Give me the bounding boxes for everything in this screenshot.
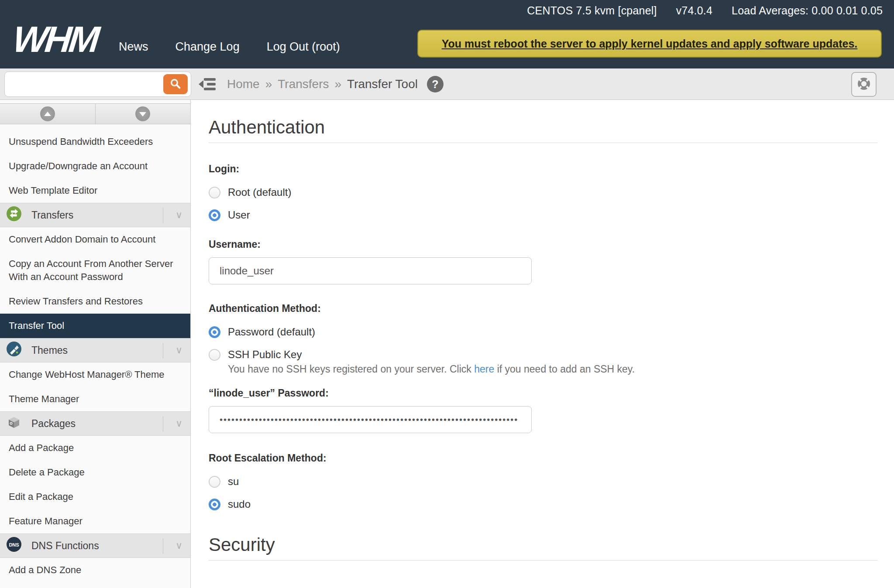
login-user-label: User [228, 209, 250, 221]
username-label: Username: [209, 239, 877, 250]
top-bar: CENTOS 7.5 kvm [cpanel] v74.0.4 Load Ave… [0, 0, 894, 68]
radio-checked-icon[interactable] [209, 499, 220, 510]
load-averages: Load Averages: 0.00 0.01 0.05 [732, 4, 883, 17]
radio-checked-icon[interactable] [209, 209, 220, 221]
authentication-heading: Authentication [209, 117, 877, 137]
scroll-down-button[interactable] [96, 104, 191, 124]
login-root-label: Root (default) [228, 186, 291, 198]
auth-method-label: Authentication Method: [209, 303, 877, 315]
server-status: CENTOS 7.5 kvm [cpanel] v74.0.4 Load Ave… [527, 4, 883, 17]
reboot-warning-banner[interactable]: You must reboot the server to apply kern… [417, 30, 882, 58]
chevron-down-icon[interactable]: ∨ [175, 418, 182, 429]
section-divider [209, 560, 877, 561]
login-root-option[interactable]: Root (default) [209, 181, 291, 204]
sidebar-item-review-transfers[interactable]: Review Transfers and Restores [0, 289, 190, 314]
sidebar-section-label: DNS Functions [31, 540, 99, 552]
ssh-here-link[interactable]: here [474, 363, 494, 375]
scroll-up-button[interactable] [0, 104, 96, 124]
support-button[interactable] [851, 72, 877, 97]
sidebar-item-upgrade-downgrade-account[interactable]: Upgrade/Downgrade an Account [0, 154, 190, 178]
auth-password-option[interactable]: Password (default) [209, 321, 315, 343]
breadcrumb: Home » Transfers » Transfer Tool ? [227, 68, 444, 100]
sidebar-item-add-a-package[interactable]: Add a Package [0, 436, 190, 460]
breadcrumb-separator: » [265, 77, 272, 91]
radio-unchecked-icon[interactable] [209, 349, 220, 361]
password-label: “linode_user” Password: [209, 387, 877, 399]
escalation-su-label: su [228, 475, 239, 488]
login-user-option[interactable]: User [209, 204, 250, 226]
sidebar-item-web-template-editor[interactable]: Web Template Editor [0, 178, 190, 203]
sidebar-item-convert-addon-domain[interactable]: Convert Addon Domain to Account [0, 227, 190, 252]
breadcrumb-transfers[interactable]: Transfers [278, 77, 329, 91]
sidebar-item-delete-a-package[interactable]: Delete a Package [0, 460, 190, 485]
packages-icon [6, 414, 22, 433]
chevron-down-icon[interactable]: ∨ [175, 345, 182, 356]
chevron-down-icon[interactable]: ∨ [175, 209, 182, 221]
escalation-sudo-option[interactable]: sudo [209, 493, 251, 516]
username-field[interactable] [209, 257, 532, 284]
escalation-su-option[interactable]: su [209, 470, 239, 493]
themes-icon [6, 341, 22, 359]
auth-ssh-option[interactable]: SSH Public Key [209, 343, 302, 362]
life-ring-icon [855, 75, 873, 95]
section-divider [209, 143, 877, 143]
sidebar-item-copy-account[interactable]: Copy an Account From Another Server With… [0, 252, 190, 289]
password-field[interactable] [209, 406, 532, 433]
sidebar-item-unsuspend-bandwidth-exceeders[interactable]: Unsuspend Bandwidth Exceeders [0, 130, 190, 154]
sidebar-section-label: Transfers [31, 209, 73, 221]
auth-ssh-label: SSH Public Key [228, 349, 302, 361]
toolbar: Home » Transfers » Transfer Tool ? [0, 68, 894, 100]
nav-log-out[interactable]: Log Out (root) [267, 40, 340, 54]
ssh-key-note: You have no SSH keys registered on your … [228, 363, 877, 375]
nav-news[interactable]: News [119, 40, 148, 54]
auth-method-radio-group: Password (default) SSH Public Key [209, 321, 877, 362]
sidebar-item-add-a-dns-zone[interactable]: Add a DNS Zone [0, 558, 190, 582]
ssh-note-text: if you need to add an SSH key. [494, 363, 635, 375]
sidebar-menu: Unsuspend Bandwidth Exceeders Upgrade/Do… [0, 124, 190, 582]
nav-change-log[interactable]: Change Log [175, 40, 240, 54]
sidebar-section-transfers[interactable]: Transfers ∨ [0, 203, 190, 227]
whm-version: v74.0.4 [676, 4, 712, 17]
search-box [4, 72, 191, 97]
security-heading: Security [209, 535, 877, 555]
radio-unchecked-icon[interactable] [209, 476, 220, 488]
main-content: Authentication Login: Root (default) Use… [191, 100, 894, 588]
arrow-up-icon [40, 106, 55, 121]
chevron-down-icon[interactable]: ∨ [175, 540, 182, 551]
breadcrumb-home[interactable]: Home [227, 77, 260, 91]
radio-unchecked-icon[interactable] [209, 187, 220, 198]
breadcrumb-separator: » [335, 77, 342, 91]
search-input[interactable] [11, 74, 159, 95]
sidebar: Unsuspend Bandwidth Exceeders Upgrade/Do… [0, 100, 191, 588]
whm-logo: WHM [11, 18, 99, 61]
dns-icon: DNS [6, 537, 22, 555]
auth-password-label: Password (default) [228, 326, 315, 338]
sidebar-item-feature-manager[interactable]: Feature Manager [0, 509, 190, 533]
search-icon [169, 77, 182, 92]
escalation-sudo-label: sudo [228, 498, 251, 510]
sidebar-item-theme-manager[interactable]: Theme Manager [0, 387, 190, 411]
sidebar-section-label: Packages [31, 418, 76, 430]
collapse-sidebar-icon[interactable] [197, 76, 217, 92]
sidebar-section-packages[interactable]: Packages ∨ [0, 411, 190, 436]
breadcrumb-current: Transfer Tool [347, 77, 418, 91]
root-escalation-radio-group: su sudo [209, 470, 877, 516]
svg-text:DNS: DNS [9, 542, 19, 547]
sidebar-item-edit-a-package[interactable]: Edit a Package [0, 485, 190, 509]
login-radio-group: Root (default) User [209, 181, 877, 226]
sidebar-section-label: Themes [31, 345, 68, 356]
login-label: Login: [209, 163, 877, 175]
reboot-warning-text: You must reboot the server to apply kern… [442, 38, 858, 50]
ssh-note-text: You have no SSH keys registered on your … [228, 363, 474, 375]
sidebar-item-transfer-tool[interactable]: Transfer Tool [0, 314, 190, 338]
top-nav: News Change Log Log Out (root) [119, 40, 340, 54]
radio-checked-icon[interactable] [209, 326, 220, 338]
arrow-down-icon [135, 106, 150, 121]
sidebar-section-themes[interactable]: Themes ∨ [0, 338, 190, 362]
search-button[interactable] [163, 74, 188, 94]
sidebar-section-dns-functions[interactable]: DNS DNS Functions ∨ [0, 533, 190, 558]
sidebar-scroll-buttons [0, 103, 190, 124]
help-question-icon[interactable]: ? [427, 76, 444, 92]
server-os: CENTOS 7.5 kvm [cpanel] [527, 4, 657, 17]
sidebar-item-change-whm-theme[interactable]: Change WebHost Manager® Theme [0, 362, 190, 387]
